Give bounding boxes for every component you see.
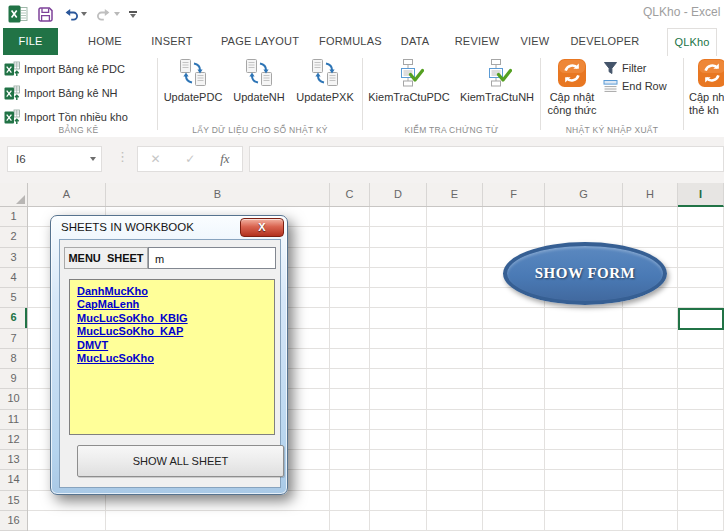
kiemtra-ctu-nh-button[interactable]: KiemTraCtuNH: [455, 56, 539, 122]
row-header-1[interactable]: 1: [0, 207, 27, 227]
group-label: NHẬT KÝ NHẬP XUẤT: [541, 125, 683, 135]
menu-sheet-tab[interactable]: MENU SHEET: [64, 247, 148, 269]
tab-formulas[interactable]: FORMULAS: [319, 28, 377, 55]
row-headers: 12345678910111213141516: [0, 207, 28, 531]
end-row-button[interactable]: End Row: [603, 77, 667, 94]
update-pdc-button[interactable]: UpdatePDC: [160, 56, 226, 122]
check-document-icon: [482, 58, 512, 88]
column-header-D[interactable]: D: [370, 183, 427, 206]
row-header-3[interactable]: 3: [0, 248, 27, 268]
sheet-link[interactable]: CapMaLenh: [77, 298, 274, 311]
row-header-8[interactable]: 8: [0, 349, 27, 369]
button-label: KiemTraCtuPDC: [365, 91, 453, 104]
tab-home[interactable]: HOME: [79, 28, 131, 55]
insert-function-icon[interactable]: fx: [220, 151, 229, 167]
row-header-11[interactable]: 11: [0, 410, 27, 430]
select-all-corner[interactable]: [0, 183, 28, 207]
button-label: UpdatePXK: [291, 91, 359, 104]
row-header-7[interactable]: 7: [0, 329, 27, 349]
cap-nhat-the-kho-button[interactable]: Cập nh thẻ kh: [686, 56, 724, 122]
gridline-vertical: [369, 207, 370, 531]
row-header-16[interactable]: 16: [0, 511, 27, 531]
cap-nhat-cong-thuc-button[interactable]: Cập nhật công thức: [543, 56, 601, 122]
import-bang-ke-nh-button[interactable]: Import Bảng kê NH: [4, 82, 118, 104]
column-header-G[interactable]: G: [545, 183, 623, 206]
column-header-F[interactable]: F: [483, 183, 545, 206]
show-all-sheet-button[interactable]: SHOW ALL SHEET: [77, 445, 284, 477]
name-box[interactable]: I6: [7, 146, 102, 172]
show-form-button[interactable]: SHOW FORM: [503, 242, 667, 305]
undo-button[interactable]: [63, 7, 87, 22]
ribbon-group-lay-du-lieu: UpdatePDC UpdateNH: [158, 55, 362, 137]
save-button[interactable]: [37, 6, 54, 23]
sheet-list: DanhMucKho CapMaLenh MucLucSoKho_KBIG Mu…: [69, 279, 275, 435]
enter-icon[interactable]: ✓: [185, 152, 195, 166]
column-header-B[interactable]: B: [106, 183, 330, 206]
sheet-link[interactable]: MucLucSoKho_KAP: [77, 325, 274, 338]
row-header-2[interactable]: 2: [0, 227, 27, 247]
row-header-13[interactable]: 13: [0, 450, 27, 470]
redo-icon: [96, 7, 112, 22]
excel-import-icon: [4, 109, 20, 125]
filter-button[interactable]: Filter: [603, 59, 646, 76]
column-headers: ABCDEFGHI: [28, 183, 724, 207]
row-header-14[interactable]: 14: [0, 470, 27, 490]
sheet-link[interactable]: DanhMucKho: [77, 285, 274, 298]
formula-input[interactable]: [249, 146, 724, 172]
save-icon: [37, 6, 54, 23]
tab-page-layout[interactable]: PAGE LAYOUT: [215, 28, 305, 55]
customize-qat-button[interactable]: [129, 11, 137, 18]
column-header-I[interactable]: I: [678, 183, 724, 207]
formula-bar-buttons: ✕ ✓ fx: [137, 146, 243, 172]
sheet-link[interactable]: MucLucSoKho: [77, 352, 274, 365]
sheet-link[interactable]: DMVT: [77, 339, 274, 352]
redo-dropdown-icon[interactable]: [114, 12, 120, 16]
row-header-5[interactable]: 5: [0, 288, 27, 308]
button-label: KiemTraCtuNH: [455, 91, 539, 104]
tab-review[interactable]: REVIEW: [449, 28, 505, 55]
column-header-C[interactable]: C: [330, 183, 370, 206]
dialog-close-button[interactable]: X: [240, 218, 284, 237]
button-label: UpdateNH: [228, 91, 290, 104]
tab-insert[interactable]: INSERT: [146, 28, 198, 55]
group-label: LẤY DỮ LIỆU CHO SỔ NHẬT KÝ: [158, 125, 362, 135]
group-label: KIỂM TRA CHỨNG TỪ: [363, 125, 540, 135]
refresh-orange-icon: [697, 58, 724, 88]
tab-qlkho[interactable]: QLKho: [667, 28, 717, 56]
sheet-filter-input[interactable]: [148, 247, 276, 269]
sync-sheets-icon: [310, 58, 340, 88]
cancel-icon[interactable]: ✕: [150, 152, 160, 166]
row-header-9[interactable]: 9: [0, 369, 27, 389]
name-box-dropdown-icon[interactable]: [85, 157, 101, 161]
column-header-H[interactable]: H: [623, 183, 678, 206]
row-header-10[interactable]: 10: [0, 389, 27, 409]
update-pxk-button[interactable]: UpdatePXK: [291, 56, 359, 122]
ribbon-group-bang-ke: Import Bảng kê PDC Import Bảng kê NH: [0, 55, 157, 137]
button-label: Import Tồn nhiều kho: [24, 111, 128, 123]
row-header-15[interactable]: 15: [0, 491, 27, 511]
redo-button[interactable]: [96, 7, 120, 22]
undo-dropdown-icon[interactable]: [81, 12, 87, 16]
tab-view[interactable]: VIEW: [513, 28, 557, 55]
formula-bar-separator: ⋮: [116, 149, 129, 164]
tab-data[interactable]: DATA: [391, 28, 439, 55]
button-label: UpdatePDC: [160, 91, 226, 104]
kiemtra-ctu-pdc-button[interactable]: KiemTraCtuPDC: [365, 56, 453, 122]
ribbon-group-nhat-ky: Cập nhật công thức Filter End Row NHẬT K…: [541, 55, 683, 137]
tab-file[interactable]: FILE: [3, 28, 58, 55]
column-header-A[interactable]: A: [28, 183, 106, 206]
row-header-6[interactable]: 6: [0, 308, 27, 328]
window-title: QLKho - Excel: [643, 5, 720, 19]
row-header-4[interactable]: 4: [0, 268, 27, 288]
sync-sheets-icon: [244, 58, 274, 88]
update-nh-button[interactable]: UpdateNH: [228, 56, 290, 122]
row-header-12[interactable]: 12: [0, 430, 27, 450]
sheet-link[interactable]: MucLucSoKho_KBIG: [77, 312, 274, 325]
gridline-vertical: [426, 207, 427, 531]
import-bang-ke-pdc-button[interactable]: Import Bảng kê PDC: [4, 58, 125, 80]
tab-developer[interactable]: DEVELOPER: [567, 28, 643, 55]
column-header-E[interactable]: E: [427, 183, 483, 206]
refresh-orange-icon: [557, 58, 587, 88]
button-label: Filter: [622, 62, 646, 74]
selected-cell-I6[interactable]: [678, 308, 724, 329]
